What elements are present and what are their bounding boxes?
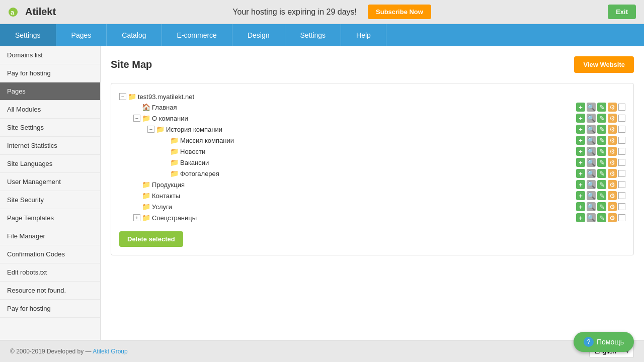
gear-icon-fotogalereya[interactable]: ⚙: [608, 169, 617, 178]
gear-icon-kontakty[interactable]: ⚙: [608, 191, 617, 200]
tree-right-fotogalereya: + 🔍 ✎ ⚙: [576, 169, 625, 178]
sidebar-item-wrapper-all-modules: All Modules: [0, 101, 100, 119]
view-website-button[interactable]: View Website: [574, 56, 634, 73]
gear-icon-produkcia[interactable]: ⚙: [608, 180, 617, 189]
edit-icon-specstranitsy[interactable]: ✎: [597, 213, 606, 222]
add-icon-glavnaya[interactable]: +: [576, 103, 585, 112]
nav-item-settings[interactable]: Settings: [0, 24, 56, 46]
expand-icon-specstranitsy[interactable]: +: [133, 214, 140, 221]
search-icon-istoriya[interactable]: 🔍: [587, 125, 596, 134]
edit-icon-glavnaya[interactable]: ✎: [597, 103, 606, 112]
expand-icon-o-kompanii[interactable]: −: [133, 115, 140, 122]
search-icon-o-kompanii[interactable]: 🔍: [587, 114, 596, 123]
sidebar-item-pages[interactable]: Pages: [0, 82, 100, 101]
nav-item-nav-settings[interactable]: Settings: [285, 24, 342, 46]
search-icon-novosti[interactable]: 🔍: [587, 147, 596, 156]
add-icon-kontakty[interactable]: +: [576, 191, 585, 200]
add-icon-vakansii[interactable]: +: [576, 158, 585, 167]
add-icon-novosti[interactable]: +: [576, 147, 585, 156]
edit-icon-vakansii[interactable]: ✎: [597, 158, 606, 167]
edit-icon-missiya[interactable]: ✎: [597, 136, 606, 145]
sidebar-item-site-security[interactable]: Site Security: [0, 191, 100, 209]
edit-icon-uslugi[interactable]: ✎: [597, 202, 606, 211]
check-glavnaya[interactable]: [618, 104, 625, 111]
gear-icon-glavnaya[interactable]: ⚙: [608, 103, 617, 112]
check-specstranitsy[interactable]: [618, 214, 625, 221]
add-icon-missiya[interactable]: +: [576, 136, 585, 145]
tree-node-label-uslugi: Услуги: [152, 203, 172, 211]
edit-icon-istoriya[interactable]: ✎: [597, 125, 606, 134]
search-icon-fotogalereya[interactable]: 🔍: [587, 169, 596, 178]
sidebar-item-domains-list[interactable]: Domains list: [0, 46, 100, 64]
tree-row-fotogalereya: 📁 Фотогалерея + 🔍 ✎ ⚙: [119, 168, 625, 179]
add-icon-uslugi[interactable]: +: [576, 202, 585, 211]
sidebar-item-site-languages[interactable]: Site Languages: [0, 155, 100, 173]
exit-button[interactable]: Exit: [608, 5, 636, 19]
edit-icon-novosti[interactable]: ✎: [597, 147, 606, 156]
logo-text: Atilekt: [25, 6, 56, 18]
sidebar-item-edit-robots[interactable]: Edit robots.txt: [0, 263, 100, 282]
edit-icon-produkcia[interactable]: ✎: [597, 180, 606, 189]
edit-icon-o-kompanii[interactable]: ✎: [597, 114, 606, 123]
search-icon-kontakty[interactable]: 🔍: [587, 191, 596, 200]
check-istoriya[interactable]: [618, 126, 625, 133]
check-o-kompanii[interactable]: [618, 115, 625, 122]
sidebar-item-pay-for-hosting-bottom[interactable]: Pay for hosting: [0, 300, 100, 318]
search-icon-glavnaya[interactable]: 🔍: [587, 103, 596, 112]
sidebar-item-resource-not-found[interactable]: Resource not found.: [0, 282, 100, 300]
nav-item-catalog[interactable]: Catalog: [107, 24, 162, 46]
sidebar-item-all-modules[interactable]: All Modules: [0, 101, 100, 119]
nav-item-design[interactable]: Design: [232, 24, 285, 46]
gear-icon-uslugi[interactable]: ⚙: [608, 202, 617, 211]
search-icon-uslugi[interactable]: 🔍: [587, 202, 596, 211]
nav-item-pages[interactable]: Pages: [56, 24, 107, 46]
search-icon-missiya[interactable]: 🔍: [587, 136, 596, 145]
edit-icon-fotogalereya[interactable]: ✎: [597, 169, 606, 178]
tree-row-uslugi: 📁 Услуги + 🔍 ✎ ⚙: [119, 201, 625, 212]
tree-right-vakansii: + 🔍 ✎ ⚙: [576, 158, 625, 167]
nav-item-help[interactable]: Help: [341, 24, 386, 46]
nav-item-ecommerce[interactable]: E-commerce: [162, 24, 232, 46]
sidebar-item-wrapper-resource-not-found: Resource not found.: [0, 282, 100, 300]
gear-icon-novosti[interactable]: ⚙: [608, 147, 617, 156]
search-icon-produkcia[interactable]: 🔍: [587, 180, 596, 189]
check-missiya[interactable]: [618, 137, 625, 144]
sidebar-item-pay-for-hosting-top[interactable]: Pay for hosting: [0, 64, 100, 82]
tree-left-vakansii: 📁 Вакансии: [162, 158, 209, 166]
edit-icon-kontakty[interactable]: ✎: [597, 191, 606, 200]
check-produkcia[interactable]: [618, 181, 625, 188]
sidebar-item-user-management[interactable]: User Management: [0, 173, 100, 191]
add-icon-istoriya[interactable]: +: [576, 125, 585, 134]
add-icon-o-kompanii[interactable]: +: [576, 114, 585, 123]
add-icon-specstranitsy[interactable]: +: [576, 213, 585, 222]
footer-company-link[interactable]: Atilekt Group: [93, 348, 127, 355]
expand-icon-root[interactable]: −: [119, 93, 126, 100]
sidebar-item-confirmation-codes[interactable]: Confirmation Codes: [0, 245, 100, 263]
tree-right-specstranitsy: + 🔍 ✎ ⚙: [576, 213, 625, 222]
sidebar-item-internet-statistics[interactable]: Internet Statistics: [0, 137, 100, 155]
tree-row-produkcia: 📁 Продукция + 🔍 ✎ ⚙: [119, 179, 625, 190]
search-icon-specstranitsy[interactable]: 🔍: [587, 213, 596, 222]
check-fotogalereya[interactable]: [618, 170, 625, 177]
delete-selected-button[interactable]: Delete selected: [119, 231, 183, 247]
tree-right-uslugi: + 🔍 ✎ ⚙: [576, 202, 625, 211]
gear-icon-missiya[interactable]: ⚙: [608, 136, 617, 145]
search-icon-vakansii[interactable]: 🔍: [587, 158, 596, 167]
expand-icon-istoriya[interactable]: −: [147, 126, 154, 133]
check-kontakty[interactable]: [618, 192, 625, 199]
tree-left-istoriya: − 📁 История компании: [147, 125, 222, 133]
sidebar-item-page-templates[interactable]: Page Templates: [0, 209, 100, 227]
check-vakansii[interactable]: [618, 159, 625, 166]
gear-icon-istoriya[interactable]: ⚙: [608, 125, 617, 134]
sidebar-item-file-manager[interactable]: File Manager: [0, 227, 100, 245]
gear-icon-o-kompanii[interactable]: ⚙: [608, 114, 617, 123]
gear-icon-vakansii[interactable]: ⚙: [608, 158, 617, 167]
gear-icon-specstranitsy[interactable]: ⚙: [608, 213, 617, 222]
add-icon-fotogalereya[interactable]: +: [576, 169, 585, 178]
add-icon-produkcia[interactable]: +: [576, 180, 585, 189]
check-uslugi[interactable]: [618, 203, 625, 210]
subscribe-button[interactable]: Subscribe Now: [368, 5, 431, 19]
check-novosti[interactable]: [618, 148, 625, 155]
help-button[interactable]: ? Помощь: [574, 332, 634, 352]
sidebar-item-site-settings[interactable]: Site Settings: [0, 119, 100, 137]
